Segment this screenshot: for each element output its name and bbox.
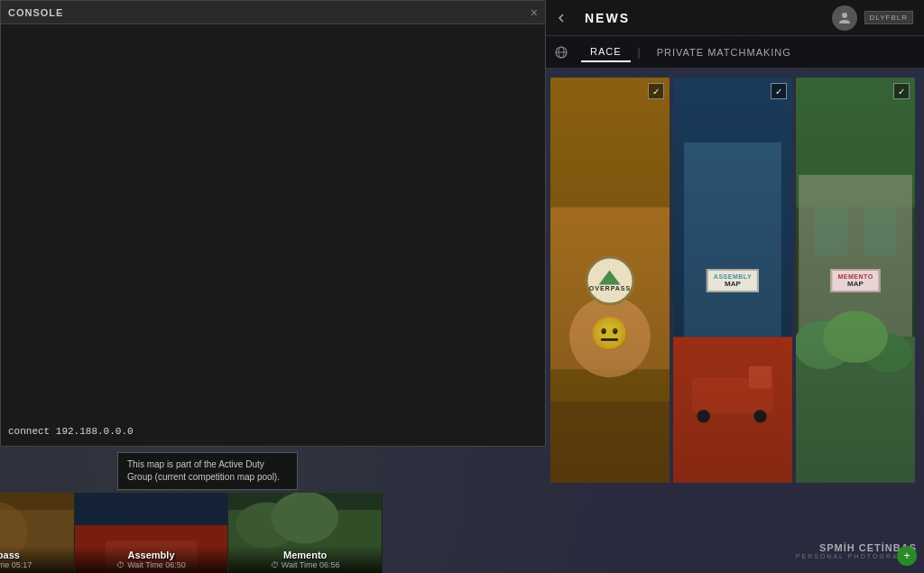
memento-wait-bottom: ⏱ Wait Time 06:56 — [234, 560, 376, 569]
tab-race[interactable]: RACE — [581, 42, 631, 62]
tooltip-box: This map is part of the Active Duty Grou… — [117, 452, 298, 490]
console-title: CONSOLE — [8, 7, 63, 18]
user-badge: DLYFBLR — [864, 11, 913, 24]
svg-point-0 — [842, 13, 847, 18]
console-close-button[interactable]: × — [531, 6, 538, 19]
bottom-maps-strip: Inferno ⏱ Wait Time 03:27 Vertigo ⏱ Wait… — [0, 492, 383, 573]
console-input[interactable]: connect 192.188.0.0.0 — [8, 426, 134, 437]
assembly-name-bottom: Assembly — [80, 550, 223, 560]
console-panel: CONSOLE × connect 192.188.0.0.0 — [0, 0, 546, 447]
assembly-wait-bottom: ⏱ Wait Time 06:50 — [80, 560, 223, 569]
memento-checkbox[interactable]: ✓ — [893, 83, 910, 99]
bottom-map-assembly-bottom[interactable]: Assembly ⏱ Wait Time 06:50 — [75, 493, 229, 573]
clock-icon: ⏱ — [116, 560, 125, 569]
user-avatar[interactable] — [832, 5, 857, 31]
assembly-checkbox[interactable]: ✓ — [771, 83, 787, 99]
console-body[interactable]: connect 192.188.0.0.0 — [1, 24, 545, 446]
assembly-tag: Assembly MAP — [707, 269, 759, 292]
tab-divider: | — [634, 46, 644, 59]
memento-tag-title: Memento — [837, 273, 873, 280]
green-action-button[interactable]: + — [897, 546, 917, 566]
assembly-tag-title: Assembly — [714, 273, 752, 280]
back-icon[interactable] — [552, 9, 570, 27]
map-card-assembly[interactable]: ✓ Assembly MAP — [673, 78, 792, 483]
main-ui: NEWS DLYFBLR RACE | PRIVATE MATCHMAKING — [541, 0, 924, 573]
overpass-logo: OVERPASS — [586, 255, 635, 305]
map-card-overpass[interactable]: 😐 ✓ OVERPASS — [550, 78, 670, 483]
overpass-logo-inner: OVERPASS — [589, 270, 631, 291]
tab-private-matchmaking[interactable]: PRIVATE MATCHMAKING — [648, 43, 800, 61]
overpass-checkbox[interactable]: ✓ — [648, 83, 664, 99]
page-title: NEWS — [585, 11, 630, 25]
assembly-logo: Assembly MAP — [707, 269, 759, 292]
assembly-info-bottom: Assembly ⏱ Wait Time 06:50 — [75, 546, 228, 573]
console-header: CONSOLE × — [1, 1, 545, 24]
overpass-name-bottom: Overpass — [0, 550, 69, 560]
overpass-arrow-icon — [599, 270, 621, 284]
memento-logo: Memento MAP — [830, 269, 880, 292]
map-card-memento[interactable]: ✓ Memento MAP — [796, 78, 915, 483]
top-bar-right: DLYFBLR — [832, 5, 913, 31]
sub-nav: RACE | PRIVATE MATCHMAKING — [541, 36, 924, 69]
tooltip-text: This map is part of the Active Duty Grou… — [127, 459, 280, 482]
overpass-text: OVERPASS — [589, 284, 631, 291]
globe-icon[interactable] — [552, 43, 570, 61]
memento-info-bottom: Memento ⏱ Wait Time 06:56 — [228, 546, 382, 573]
clock-icon: ⏱ — [271, 560, 279, 569]
memento-name-bottom: Memento — [234, 550, 376, 560]
bottom-map-overpass-bottom[interactable]: Overpass ⏱ Wait Time 05:17 — [0, 493, 75, 573]
bottom-map-memento-bottom[interactable]: Memento ⏱ Wait Time 06:56 — [228, 493, 383, 573]
assembly-tag-sub: MAP — [714, 280, 752, 288]
overpass-info-bottom: Overpass ⏱ Wait Time 05:17 — [0, 546, 74, 573]
memento-tag-sub: MAP — [837, 280, 873, 288]
top-bar: NEWS DLYFBLR — [541, 0, 924, 36]
svg-point-47 — [272, 493, 339, 543]
overpass-wait-bottom: ⏱ Wait Time 05:17 — [0, 560, 69, 569]
map-cards-container: 😐 ✓ OVERPASS — [541, 69, 924, 492]
overpass-logo-circle: OVERPASS — [586, 255, 635, 305]
memento-tag: Memento MAP — [830, 269, 880, 292]
top-bar-left: NEWS — [552, 9, 832, 27]
